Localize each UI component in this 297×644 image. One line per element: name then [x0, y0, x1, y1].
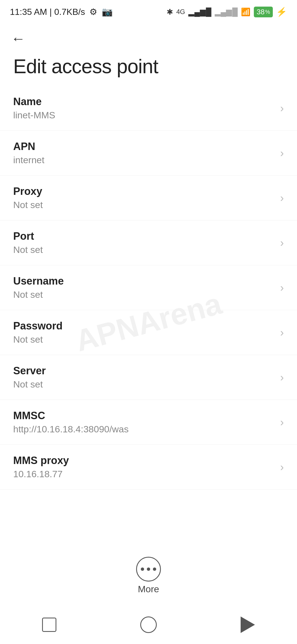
setting-label-username: Username	[13, 275, 64, 287]
setting-value-name: linet-MMS	[13, 110, 55, 121]
chevron-right-icon: ›	[280, 147, 284, 159]
video-icon: 📷	[102, 7, 113, 17]
status-right: ✱ 4G ▂▄▆█ ▂▄▆█ 📶 38 % ⚡	[167, 7, 287, 17]
setting-value-port: Not set	[13, 244, 43, 255]
setting-item-port[interactable]: Port Not set ›	[0, 220, 297, 265]
setting-value-server: Not set	[13, 379, 46, 390]
charging-icon: ⚡	[276, 7, 287, 17]
signal-4g-icon: 4G	[176, 8, 185, 16]
chevron-right-icon: ›	[280, 371, 284, 384]
navigation-bar	[0, 605, 297, 644]
setting-label-port: Port	[13, 230, 43, 242]
setting-item-mmsc[interactable]: MMSC http://10.16.18.4:38090/was ›	[0, 400, 297, 445]
home-icon	[140, 616, 157, 633]
setting-value-apn: internet	[13, 155, 44, 165]
more-dot-2	[147, 567, 150, 571]
setting-label-proxy: Proxy	[13, 185, 43, 197]
setting-item-mms-proxy[interactable]: MMS proxy 10.16.18.77 ›	[0, 445, 297, 490]
home-button[interactable]	[135, 611, 162, 638]
signal-bars-icon: ▂▄▆█	[188, 7, 211, 17]
status-bar: 11:35 AM | 0.7KB/s ⚙ 📷 ✱ 4G ▂▄▆█ ▂▄▆█ 📶 …	[0, 0, 297, 22]
recent-apps-button[interactable]	[37, 612, 62, 637]
more-dot-3	[153, 567, 156, 571]
back-arrow-icon: ←	[11, 31, 25, 47]
chevron-right-icon: ›	[280, 326, 284, 339]
signal-bars2-icon: ▂▄▆█	[215, 7, 238, 17]
setting-value-mmsc: http://10.16.18.4:38090/was	[13, 424, 129, 435]
setting-item-password[interactable]: Password Not set ›	[0, 310, 297, 355]
setting-item-name[interactable]: Name linet-MMS ›	[0, 86, 297, 131]
more-label: More	[138, 584, 159, 594]
setting-value-mms-proxy: 10.16.18.77	[13, 469, 69, 479]
back-nav-icon	[241, 616, 255, 633]
bluetooth-icon: ✱	[167, 7, 173, 17]
more-dot-1	[141, 567, 144, 571]
status-left: 11:35 AM | 0.7KB/s ⚙ 📷	[10, 7, 113, 17]
back-nav-button[interactable]	[235, 611, 260, 638]
chevron-right-icon: ›	[280, 282, 284, 294]
more-button[interactable]: More	[125, 551, 172, 600]
setting-value-proxy: Not set	[13, 200, 43, 210]
battery-indicator: 38 %	[254, 7, 273, 17]
setting-label-password: Password	[13, 320, 63, 332]
setting-label-name: Name	[13, 96, 55, 108]
more-dots	[141, 567, 156, 571]
setting-label-mmsc: MMSC	[13, 410, 129, 422]
chevron-right-icon: ›	[280, 102, 284, 114]
settings-icon: ⚙	[89, 7, 97, 17]
setting-value-username: Not set	[13, 289, 64, 300]
setting-label-server: Server	[13, 365, 46, 377]
setting-item-server[interactable]: Server Not set ›	[0, 355, 297, 400]
setting-item-apn[interactable]: APN internet ›	[0, 131, 297, 176]
page-title: Edit access point	[0, 50, 297, 86]
back-button[interactable]: ←	[0, 22, 297, 50]
chevron-right-icon: ›	[280, 237, 284, 249]
recent-apps-icon	[42, 618, 56, 632]
setting-label-apn: APN	[13, 141, 44, 152]
setting-label-mms-proxy: MMS proxy	[13, 455, 69, 466]
more-button-area: More	[0, 551, 297, 600]
setting-value-password: Not set	[13, 334, 63, 345]
time-display: 11:35 AM | 0.7KB/s	[10, 7, 85, 17]
chevron-right-icon: ›	[280, 192, 284, 204]
setting-item-username[interactable]: Username Not set ›	[0, 265, 297, 310]
wifi-icon: 📶	[241, 7, 251, 17]
chevron-right-icon: ›	[280, 416, 284, 429]
chevron-right-icon: ›	[280, 461, 284, 473]
settings-list: Name linet-MMS › APN internet › Proxy No…	[0, 86, 297, 490]
more-circle-icon	[136, 557, 161, 582]
setting-item-proxy[interactable]: Proxy Not set ›	[0, 176, 297, 220]
battery-level: 38	[257, 8, 265, 16]
